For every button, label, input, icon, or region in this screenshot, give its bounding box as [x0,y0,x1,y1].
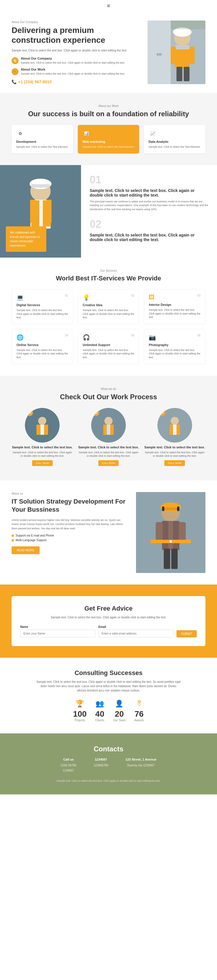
team-icon: 👤 [113,700,126,708]
process-desc-1: Sample text. Click to select the text bo… [11,451,73,458]
contact-col-3: 123 Street, 1 Avenue Dummy city 1234567 [126,758,156,773]
team-label: Our Team [113,719,126,722]
svg-point-26 [104,417,113,425]
projects-icon: 🏆 [73,700,87,708]
advice-inner: Get Free Advice Sample text. Click to se… [11,596,206,646]
email-form-group: Email [98,625,174,638]
svg-rect-38 [162,506,164,511]
interior-icon: 🖼 [149,294,155,301]
stats-row: 🏆 100 Projects 👥 40 Clients 👤 20 Our Tea… [11,700,206,722]
advice-form: Name Email SUBMIT [20,625,197,638]
work-card-development: ⚙ Development Sample text. Click to sele… [11,125,73,153]
work-title: Our success is built on a foundation of … [11,110,206,118]
contact-col-2-title: 1234567 [94,758,108,761]
about-desc: Sample text. Click to select the text bo… [11,48,142,52]
svg-rect-48 [171,549,178,569]
hamburger-menu[interactable]: ≡ [0,0,217,12]
webmarketing-title: Web marketing [83,140,135,143]
stat-clients: 👥 40 Clients [95,700,104,722]
clients-label: Clients [95,719,104,722]
phone-number[interactable]: 📞 +1 (234) 567-8910 [11,80,142,84]
it-left: About us IT Solution Strategy Developmen… [11,492,127,554]
about-section: About Our Company Delivering a premium c… [0,12,217,93]
projects-label: Projects [73,719,87,722]
about-left: About Our Company Delivering a premium c… [11,21,142,84]
development-icon: ⚙ [16,129,24,138]
name-input[interactable] [20,630,96,638]
phone-text: +1 (234) 567-8910 [18,80,52,84]
webmarketing-icon: 📊 [83,129,91,138]
svg-rect-39 [177,506,179,511]
about-company-desc: Sample text. Click to select the text bo… [21,61,125,65]
svg-rect-33 [177,425,180,435]
svg-rect-41 [162,521,168,550]
contacts-row: Call us (234) 56789 1234567 1234567 1234… [11,758,206,773]
about-work-desc: Sample text. Click to select the text bo… [21,72,125,76]
read-more-button[interactable]: READ MORE [11,546,40,554]
split-right: 01 Sample text. Click to select the text… [81,165,217,258]
svg-rect-28 [103,425,107,435]
contact-col-1: Call us (234) 56789 1234567 [61,758,77,773]
step-1-num: 01 [90,174,208,186]
digital-desc: Sample text. Click to select the text bo… [16,309,68,320]
process-img-1: 01 [25,408,60,442]
contact-col-2-info: 123456789 [94,763,108,768]
development-desc: Sample text. Click to select the Test El… [16,145,69,149]
svg-rect-47 [164,549,170,569]
services-section: Our Services World Best IT-Services We P… [0,258,217,376]
call-btn-2[interactable]: CALL NOW [98,460,119,466]
service-interior: 🖼 03 Interior Design Sample text. Click … [144,289,206,325]
about-company-title: About Our Company [21,57,125,60]
it-worker-image [136,492,206,573]
svg-rect-24 [37,425,40,435]
contact-col-3-info: Dummy city 1234567 [126,763,156,768]
svg-rect-5 [190,46,195,64]
submit-button[interactable]: SUBMIT [177,630,197,638]
process-title-3: Sample text. Click to select the text bo… [144,445,206,449]
contacts-footer: Sample text. Click to select the text bo… [11,779,206,783]
support-text-2: Multi-Language Support [16,539,46,542]
about-title: Delivering a premium construction experi… [11,25,142,45]
service-digital: 💻 01 Digital Services Sample text. Click… [11,289,73,325]
support-dot-1 [11,535,14,537]
contact-col-1-title: Call us [61,758,77,761]
advice-title: Get Free Advice [20,605,197,612]
contact-col-1-info: (234) 56789 1234567 [61,763,77,773]
digital-title: Digital Services [16,303,68,307]
svg-rect-44 [179,522,186,542]
awards-label: Awards [134,719,144,722]
team-num: 20 [113,710,126,719]
stat-projects: 🏆 100 Projects [73,700,87,722]
svg-rect-9 [175,32,190,35]
online-title: Online Service [16,343,68,347]
call-btn-3[interactable]: CALL NOW [164,460,185,466]
svg-rect-25 [44,425,48,435]
svg-rect-7 [184,67,190,81]
photo-num: 06 [197,334,201,343]
svg-rect-43 [156,522,163,542]
call-btn-1[interactable]: CALL NOW [32,460,53,466]
svg-rect-42 [173,521,179,550]
svg-rect-3 [175,45,190,49]
photo-icon: 📷 [149,334,156,341]
support-icon: 🎧 [83,334,90,341]
process-desc-3: Sample text. Click to select the text bo… [144,451,206,458]
split-overlay: We collaborate with brands and agencies … [6,226,46,252]
svg-rect-6 [177,67,182,81]
process-title: Check Out Our Work Process [11,393,206,401]
advice-desc: Sample text. Click to select the text bo… [20,615,197,619]
svg-rect-18 [30,200,35,223]
analytic-title: Data Analytic [148,140,201,143]
digital-icon: 💻 [16,294,24,301]
split-section: We collaborate with brands and agencies … [0,165,217,258]
process-badge-3: 03 [159,410,166,416]
clients-icon: 👥 [95,700,104,708]
about-company-icon: 🏗 [11,57,19,64]
email-input[interactable] [98,630,174,638]
support-desc: Sample text. Click to select the text bo… [83,348,134,360]
creative-desc: Sample text. Click to select the text bo… [83,309,134,320]
online-num: 04 [65,334,68,343]
process-desc-2: Sample text. Click to select the text bo… [78,451,139,458]
webmarketing-desc: Sample text. Click to select the Test El… [83,145,135,149]
contacts-title: Contacts [11,745,206,753]
